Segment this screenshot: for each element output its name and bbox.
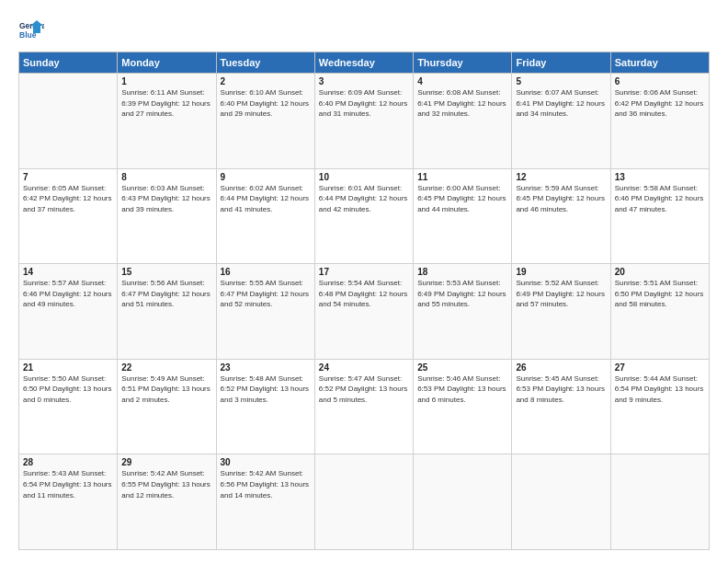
- day-info: Sunrise: 5:52 AM Sunset: 6:49 PM Dayligh…: [516, 278, 606, 310]
- day-number: 9: [221, 172, 311, 182]
- day-info: Sunrise: 5:44 AM Sunset: 6:54 PM Dayligh…: [615, 373, 705, 406]
- day-number: 26: [516, 362, 606, 373]
- day-number: 19: [516, 267, 606, 277]
- day-number: 12: [516, 172, 606, 182]
- calendar-cell: 4Sunrise: 6:08 AM Sunset: 6:41 PM Daylig…: [414, 74, 512, 169]
- calendar-cell: 17Sunrise: 5:54 AM Sunset: 6:48 PM Dayli…: [314, 264, 413, 360]
- day-info: Sunrise: 5:45 AM Sunset: 6:53 PM Dayligh…: [516, 373, 606, 406]
- day-info: Sunrise: 5:43 AM Sunset: 6:54 PM Dayligh…: [23, 468, 113, 500]
- col-header-wednesday: Wednesday: [314, 52, 413, 74]
- day-info: Sunrise: 6:11 AM Sunset: 6:39 PM Dayligh…: [121, 87, 211, 120]
- col-header-tuesday: Tuesday: [216, 52, 314, 74]
- week-row-5: 28Sunrise: 5:43 AM Sunset: 6:54 PM Dayli…: [19, 454, 710, 550]
- calendar-table: SundayMondayTuesdayWednesdayThursdayFrid…: [18, 52, 710, 550]
- calendar-cell: 7Sunrise: 6:05 AM Sunset: 6:42 PM Daylig…: [19, 168, 118, 264]
- day-info: Sunrise: 6:05 AM Sunset: 6:42 PM Dayligh…: [23, 183, 113, 215]
- calendar-cell: 12Sunrise: 5:59 AM Sunset: 6:45 PM Dayli…: [512, 168, 610, 264]
- calendar-cell: 19Sunrise: 5:52 AM Sunset: 6:49 PM Dayli…: [512, 264, 610, 360]
- day-info: Sunrise: 5:47 AM Sunset: 6:52 PM Dayligh…: [319, 373, 409, 406]
- calendar-cell: 13Sunrise: 5:58 AM Sunset: 6:46 PM Dayli…: [610, 168, 709, 264]
- calendar-cell: 22Sunrise: 5:49 AM Sunset: 6:51 PM Dayli…: [118, 359, 216, 454]
- week-row-4: 21Sunrise: 5:50 AM Sunset: 6:50 PM Dayli…: [19, 359, 710, 454]
- calendar-cell: 24Sunrise: 5:47 AM Sunset: 6:52 PM Dayli…: [314, 359, 413, 454]
- day-info: Sunrise: 5:42 AM Sunset: 6:56 PM Dayligh…: [221, 468, 311, 500]
- day-info: Sunrise: 5:55 AM Sunset: 6:47 PM Dayligh…: [221, 278, 311, 310]
- day-info: Sunrise: 5:42 AM Sunset: 6:55 PM Dayligh…: [121, 468, 211, 500]
- day-number: 27: [615, 362, 705, 373]
- calendar-cell: 14Sunrise: 5:57 AM Sunset: 6:46 PM Dayli…: [19, 264, 118, 360]
- col-header-sunday: Sunday: [19, 52, 118, 74]
- calendar-cell: 8Sunrise: 6:03 AM Sunset: 6:43 PM Daylig…: [118, 168, 216, 264]
- day-info: Sunrise: 5:56 AM Sunset: 6:47 PM Dayligh…: [121, 278, 211, 310]
- day-number: 13: [615, 172, 705, 182]
- day-number: 10: [319, 172, 409, 182]
- logo: General Blue: [18, 17, 48, 42]
- day-info: Sunrise: 6:01 AM Sunset: 6:44 PM Dayligh…: [319, 183, 409, 215]
- day-number: 18: [417, 267, 507, 277]
- calendar-cell: 18Sunrise: 5:53 AM Sunset: 6:49 PM Dayli…: [414, 264, 512, 360]
- calendar-cell: 26Sunrise: 5:45 AM Sunset: 6:53 PM Dayli…: [512, 359, 610, 454]
- day-number: 5: [516, 76, 606, 86]
- header-row: SundayMondayTuesdayWednesdayThursdayFrid…: [19, 52, 710, 74]
- day-number: 7: [23, 172, 113, 182]
- calendar-cell: [512, 454, 610, 550]
- calendar-cell: 2Sunrise: 6:10 AM Sunset: 6:40 PM Daylig…: [216, 74, 314, 169]
- week-row-1: 1Sunrise: 6:11 AM Sunset: 6:39 PM Daylig…: [19, 74, 710, 169]
- calendar-cell: [314, 454, 413, 550]
- day-info: Sunrise: 6:10 AM Sunset: 6:40 PM Dayligh…: [221, 87, 311, 120]
- calendar-cell: 9Sunrise: 6:02 AM Sunset: 6:44 PM Daylig…: [216, 168, 314, 264]
- day-info: Sunrise: 6:09 AM Sunset: 6:40 PM Dayligh…: [319, 87, 409, 120]
- day-number: 16: [221, 267, 311, 277]
- week-row-3: 14Sunrise: 5:57 AM Sunset: 6:46 PM Dayli…: [19, 264, 710, 360]
- calendar-cell: 21Sunrise: 5:50 AM Sunset: 6:50 PM Dayli…: [19, 359, 118, 454]
- day-info: Sunrise: 6:06 AM Sunset: 6:42 PM Dayligh…: [615, 87, 705, 120]
- calendar-cell: 30Sunrise: 5:42 AM Sunset: 6:56 PM Dayli…: [216, 454, 314, 550]
- day-number: 3: [319, 76, 409, 86]
- day-number: 29: [121, 457, 211, 467]
- calendar-cell: 23Sunrise: 5:48 AM Sunset: 6:52 PM Dayli…: [216, 359, 314, 454]
- day-number: 20: [615, 267, 705, 277]
- day-number: 15: [121, 267, 211, 277]
- day-number: 8: [121, 172, 211, 182]
- calendar-cell: [610, 454, 709, 550]
- calendar-cell: 16Sunrise: 5:55 AM Sunset: 6:47 PM Dayli…: [216, 264, 314, 360]
- calendar-cell: 6Sunrise: 6:06 AM Sunset: 6:42 PM Daylig…: [610, 74, 709, 169]
- day-info: Sunrise: 5:49 AM Sunset: 6:51 PM Dayligh…: [121, 373, 211, 406]
- calendar-cell: [19, 74, 118, 169]
- day-info: Sunrise: 5:50 AM Sunset: 6:50 PM Dayligh…: [23, 373, 113, 406]
- day-number: 25: [417, 362, 507, 373]
- logo-icon: General Blue: [18, 17, 44, 42]
- col-header-thursday: Thursday: [414, 52, 512, 74]
- calendar-cell: [414, 454, 512, 550]
- calendar-cell: 15Sunrise: 5:56 AM Sunset: 6:47 PM Dayli…: [118, 264, 216, 360]
- calendar-cell: 1Sunrise: 6:11 AM Sunset: 6:39 PM Daylig…: [118, 74, 216, 169]
- calendar-cell: 28Sunrise: 5:43 AM Sunset: 6:54 PM Dayli…: [19, 454, 118, 550]
- day-info: Sunrise: 5:59 AM Sunset: 6:45 PM Dayligh…: [516, 183, 606, 215]
- day-info: Sunrise: 6:08 AM Sunset: 6:41 PM Dayligh…: [417, 87, 507, 120]
- col-header-saturday: Saturday: [610, 52, 709, 74]
- col-header-monday: Monday: [118, 52, 216, 74]
- day-number: 22: [121, 362, 211, 373]
- calendar-cell: 25Sunrise: 5:46 AM Sunset: 6:53 PM Dayli…: [414, 359, 512, 454]
- day-info: Sunrise: 5:46 AM Sunset: 6:53 PM Dayligh…: [417, 373, 507, 406]
- calendar-cell: 27Sunrise: 5:44 AM Sunset: 6:54 PM Dayli…: [610, 359, 709, 454]
- day-info: Sunrise: 5:51 AM Sunset: 6:50 PM Dayligh…: [615, 278, 705, 310]
- day-info: Sunrise: 6:07 AM Sunset: 6:41 PM Dayligh…: [516, 87, 606, 120]
- day-number: 24: [319, 362, 409, 373]
- day-info: Sunrise: 6:03 AM Sunset: 6:43 PM Dayligh…: [121, 183, 211, 215]
- calendar-cell: 10Sunrise: 6:01 AM Sunset: 6:44 PM Dayli…: [314, 168, 413, 264]
- day-number: 23: [221, 362, 311, 373]
- week-row-2: 7Sunrise: 6:05 AM Sunset: 6:42 PM Daylig…: [19, 168, 710, 264]
- day-number: 1: [121, 76, 211, 86]
- day-number: 14: [23, 267, 113, 277]
- day-number: 2: [221, 76, 311, 86]
- day-number: 6: [615, 76, 705, 86]
- calendar-cell: 20Sunrise: 5:51 AM Sunset: 6:50 PM Dayli…: [610, 264, 709, 360]
- day-number: 30: [221, 457, 311, 467]
- day-info: Sunrise: 5:58 AM Sunset: 6:46 PM Dayligh…: [615, 183, 705, 215]
- day-info: Sunrise: 5:57 AM Sunset: 6:46 PM Dayligh…: [23, 278, 113, 310]
- day-number: 11: [417, 172, 507, 182]
- day-info: Sunrise: 6:00 AM Sunset: 6:45 PM Dayligh…: [417, 183, 507, 215]
- day-number: 21: [23, 362, 113, 373]
- calendar-cell: 11Sunrise: 6:00 AM Sunset: 6:45 PM Dayli…: [414, 168, 512, 264]
